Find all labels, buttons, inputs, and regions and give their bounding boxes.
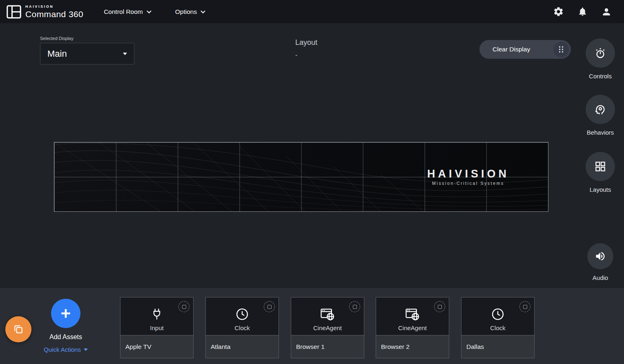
brand-name-small: HAIVISION	[25, 5, 83, 9]
asset-type: CineAgent	[398, 324, 427, 331]
brand-name-large: Command 360	[25, 10, 83, 18]
add-assets-label: Add Assets	[49, 333, 82, 341]
asset-card-top: Clock	[206, 297, 279, 335]
asset-name: Atlanta	[206, 335, 279, 358]
browser-globe-icon	[319, 307, 336, 322]
plus-icon	[59, 306, 73, 320]
asset-bar-toggle-button[interactable]	[5, 316, 31, 342]
brand-text: HAIVISION Command 360	[25, 5, 83, 18]
asset-type: Input	[150, 324, 163, 331]
speaker-icon	[595, 251, 606, 262]
controls-dial-icon	[594, 47, 607, 60]
layers-icon	[13, 324, 24, 335]
wall-logo-subtitle: Mission-Critical Systems	[427, 181, 509, 186]
drag-handle-icon[interactable]	[434, 301, 445, 312]
asset-card-top: Clock	[461, 297, 534, 335]
asset-card[interactable]: Clock Atlanta	[205, 297, 279, 358]
clear-display-button[interactable]: Clear Display	[479, 40, 571, 59]
display-select-value: Main	[47, 49, 67, 59]
nav-options-label: Options	[175, 8, 197, 16]
drag-handle-icon[interactable]	[178, 301, 189, 312]
clock-icon	[490, 307, 505, 322]
main-nav: Control Room Options	[101, 8, 208, 16]
top-bar-actions	[553, 6, 617, 17]
add-assets-button[interactable]	[51, 299, 80, 328]
drag-handle-icon[interactable]	[264, 301, 275, 312]
brand: HAIVISION Command 360	[7, 5, 83, 19]
layout-label: Layout	[295, 38, 317, 47]
asset-type: Clock	[490, 324, 506, 331]
drag-handle-square	[353, 305, 357, 309]
side-action-audio: Audio	[584, 243, 617, 281]
haivision-logo-icon	[7, 5, 21, 19]
drag-handle-icon[interactable]	[519, 301, 530, 312]
caret-down-icon	[84, 348, 88, 351]
layout-info: Layout -	[295, 38, 317, 59]
audio-label: Audio	[593, 274, 608, 281]
asset-name: Dallas	[461, 335, 534, 358]
drag-handle-square	[182, 305, 186, 309]
drag-dots-icon	[553, 42, 569, 57]
layouts-button[interactable]	[586, 152, 615, 181]
layouts-label: Layouts	[590, 186, 611, 193]
selected-display-label: Selected Display	[40, 36, 134, 41]
asset-card[interactable]: Clock Dallas	[461, 297, 535, 358]
account-button[interactable]	[601, 7, 612, 17]
notifications-button[interactable]	[577, 7, 588, 17]
head-gear-icon	[594, 103, 607, 116]
clock-icon	[235, 307, 250, 322]
behaviors-button[interactable]	[586, 95, 615, 124]
controls-button[interactable]	[586, 38, 615, 68]
gear-icon	[553, 6, 564, 17]
behaviors-label: Behaviors	[587, 129, 614, 136]
asset-card-top: Input	[120, 297, 193, 335]
grid-squares-icon	[594, 160, 606, 173]
chevron-down-icon	[147, 10, 152, 13]
controls-label: Controls	[589, 73, 612, 80]
settings-button[interactable]	[553, 6, 564, 17]
audio-button[interactable]	[587, 243, 613, 269]
layout-value: -	[295, 51, 317, 59]
clear-display-label: Clear Display	[493, 46, 530, 53]
quick-actions-label: Quick Actions	[44, 346, 81, 353]
side-action-behaviors: Behaviors	[584, 95, 617, 136]
wall-logo: HAIVISION Mission-Critical Systems	[427, 169, 509, 186]
asset-card[interactable]: CineAgent Browser 1	[291, 297, 364, 358]
asset-card[interactable]: Input Apple TV	[120, 297, 194, 358]
asset-name: Browser 2	[376, 335, 449, 358]
asset-type: Clock	[234, 324, 250, 331]
asset-name: Apple TV	[120, 335, 193, 358]
wall-logo-title: HAIVISION	[427, 169, 509, 180]
side-action-controls: Controls	[584, 38, 617, 80]
drag-handle-square	[267, 305, 272, 309]
asset-card-top: CineAgent	[376, 297, 449, 335]
control-room-view: Selected Display Main Layout - Clear Dis…	[0, 23, 624, 288]
bell-icon	[577, 7, 588, 17]
asset-type: CineAgent	[313, 324, 342, 331]
drag-handle-icon[interactable]	[349, 301, 360, 312]
caret-down-icon	[123, 53, 127, 55]
asset-bar: Add Assets Quick Actions Input Apple TV	[0, 288, 624, 364]
plug-icon	[150, 307, 164, 322]
drag-handle-square	[438, 305, 442, 309]
display-select[interactable]: Main	[40, 43, 134, 64]
asset-name: Browser 1	[291, 335, 364, 358]
asset-card[interactable]: CineAgent Browser 2	[376, 297, 449, 358]
nav-options[interactable]: Options	[173, 8, 208, 16]
quick-actions-button[interactable]: Quick Actions	[41, 346, 90, 353]
add-assets-group: Add Assets Quick Actions	[51, 299, 80, 353]
browser-globe-icon	[404, 307, 421, 322]
nav-control-room-label: Control Room	[104, 8, 143, 16]
asset-card-top: CineAgent	[291, 297, 364, 335]
selected-display-group: Selected Display Main	[40, 36, 134, 64]
user-icon	[601, 7, 612, 17]
chevron-down-icon	[201, 10, 205, 13]
video-wall-preview[interactable]: HAIVISION Mission-Critical Systems	[54, 142, 548, 212]
side-action-layouts: Layouts	[584, 152, 617, 193]
top-bar: HAIVISION Command 360 Control Room Optio…	[0, 0, 624, 23]
nav-control-room[interactable]: Control Room	[101, 8, 154, 16]
drag-handle-square	[523, 305, 527, 309]
